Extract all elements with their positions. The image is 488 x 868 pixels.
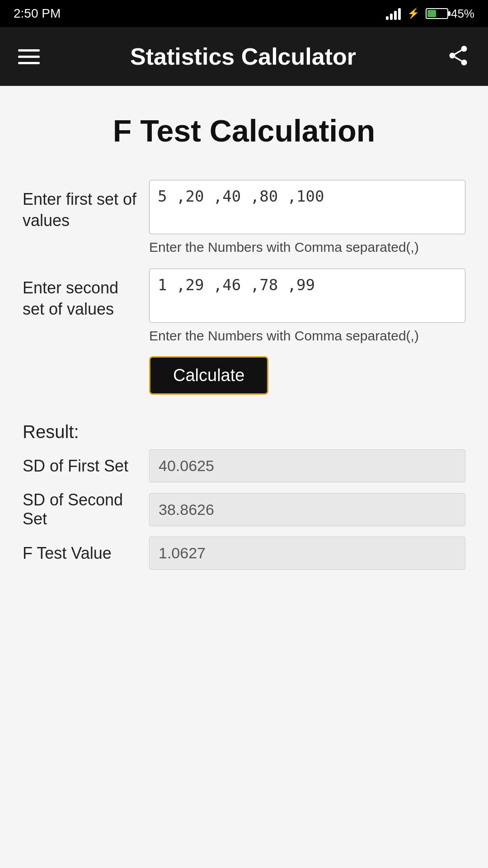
result-row-sd-second: SD of Second Set 38.8626 <box>23 491 465 528</box>
battery-fill <box>427 10 436 17</box>
second-set-row: Enter second set of values Enter the Num… <box>23 269 465 413</box>
share-icon <box>446 44 470 67</box>
first-set-input-area: Enter the Numbers with Comma separated(,… <box>149 180 465 264</box>
second-set-input[interactable] <box>149 269 465 323</box>
first-set-label: Enter first set of values <box>23 180 149 231</box>
svg-point-2 <box>461 60 467 66</box>
results-section: Result: SD of First Set 40.0625 SD of Se… <box>23 422 465 570</box>
result-row-sd-first: SD of First Set 40.0625 <box>23 449 465 482</box>
result-label-sd-second: SD of Second Set <box>23 491 149 528</box>
first-set-row: Enter first set of values Enter the Numb… <box>23 180 465 264</box>
battery-icon <box>426 8 448 19</box>
second-set-input-area: Enter the Numbers with Comma separated(,… <box>149 269 465 413</box>
second-set-hint: Enter the Numbers with Comma separated(,… <box>149 326 465 345</box>
result-label-f-test: F Test Value <box>23 544 149 563</box>
result-value-sd-second: 38.8626 <box>149 493 465 526</box>
signal-icon <box>386 7 401 20</box>
battery-percent: 45% <box>451 7 474 21</box>
share-button[interactable] <box>446 44 470 69</box>
navbar: Statistics Calculator <box>0 27 488 86</box>
navbar-title: Statistics Calculator <box>130 43 356 70</box>
result-row-f-test: F Test Value 1.0627 <box>23 537 465 570</box>
svg-line-3 <box>455 57 462 61</box>
status-bar: 2:50 PM ⚡ 45% <box>0 0 488 27</box>
svg-point-0 <box>461 46 467 52</box>
status-icons: ⚡ 45% <box>386 7 474 21</box>
first-set-input[interactable] <box>149 180 465 234</box>
result-value-sd-first: 40.0625 <box>149 449 465 482</box>
calculate-button[interactable]: Calculate <box>149 356 268 395</box>
main-content: F Test Calculation Enter first set of va… <box>0 86 488 868</box>
result-title: Result: <box>23 422 465 442</box>
second-set-label: Enter second set of values <box>23 269 149 320</box>
hamburger-menu-icon[interactable] <box>18 49 40 64</box>
battery-container: 45% <box>426 7 474 21</box>
charging-icon: ⚡ <box>407 8 419 19</box>
svg-point-1 <box>449 53 455 59</box>
result-label-sd-first: SD of First Set <box>23 457 149 476</box>
result-value-f-test: 1.0627 <box>149 537 465 570</box>
first-set-hint: Enter the Numbers with Comma separated(,… <box>149 238 465 257</box>
status-time: 2:50 PM <box>14 6 61 21</box>
svg-line-4 <box>455 50 462 54</box>
page-title: F Test Calculation <box>23 104 465 157</box>
